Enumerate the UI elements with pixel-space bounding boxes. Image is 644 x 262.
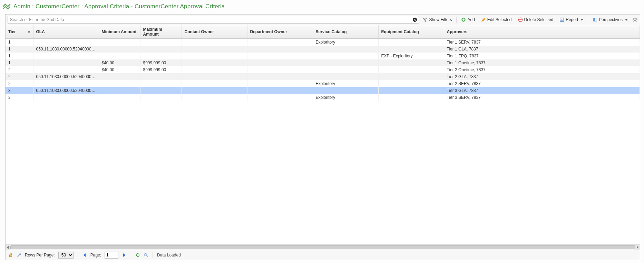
col-appr[interactable]: Approvers <box>444 25 640 39</box>
perspectives-button[interactable]: Perspectives <box>590 16 630 23</box>
col-dept[interactable]: Department Owner <box>247 25 313 39</box>
clear-search-icon[interactable] <box>412 17 418 22</box>
col-max[interactable]: Maximum Amount <box>140 25 182 39</box>
cell-eq[interactable] <box>378 87 444 94</box>
cell-contact[interactable] <box>182 73 247 80</box>
cell-dept[interactable] <box>247 80 313 87</box>
cell-svc[interactable] <box>313 66 378 73</box>
scroll-right-icon[interactable] <box>635 245 640 250</box>
cell-max[interactable] <box>140 80 182 87</box>
cell-dept[interactable] <box>247 59 313 66</box>
cell-eq[interactable] <box>378 66 444 73</box>
cell-contact[interactable] <box>182 80 247 87</box>
cell-contact[interactable] <box>182 94 247 101</box>
cell-tier[interactable]: 2 <box>6 80 33 87</box>
cell-dept[interactable] <box>247 94 313 101</box>
cell-gla[interactable]: 050.11.1030.00000.52040000.6270.000… <box>33 73 99 80</box>
add-button[interactable]: Add <box>459 16 477 23</box>
cell-dept[interactable] <box>247 46 313 53</box>
cell-appr[interactable]: Tier 3 GLA, 7837 <box>444 87 640 94</box>
cell-contact[interactable] <box>182 87 247 94</box>
cell-eq[interactable] <box>378 94 444 101</box>
cell-max[interactable] <box>140 73 182 80</box>
cell-max[interactable] <box>140 46 182 53</box>
cell-min[interactable] <box>99 80 140 87</box>
cell-svc[interactable] <box>313 46 378 53</box>
cell-dept[interactable] <box>247 53 313 59</box>
cell-eq[interactable] <box>378 59 444 66</box>
delete-selected-button[interactable]: Delete Selected <box>516 16 556 23</box>
table-row[interactable]: 2ExploritoryTier 2 SERV, 7837 <box>6 80 640 87</box>
cell-svc[interactable] <box>313 73 378 80</box>
table-row[interactable]: 1$40.00$999,999.00Tier 1 Onetime, 7837 <box>6 59 640 66</box>
table-row[interactable]: 2$40.00$999,999.00Tier 2 Onetime, 7837 <box>6 66 640 73</box>
cell-contact[interactable] <box>182 46 247 53</box>
cell-svc[interactable]: Exploritory <box>313 94 378 101</box>
cell-tier[interactable]: 3 <box>6 87 33 94</box>
cell-appr[interactable]: Tier 1 Onetime, 7837 <box>444 59 640 66</box>
next-page-icon[interactable] <box>122 253 127 257</box>
cell-appr[interactable]: Tier 1 SERV, 7837 <box>444 39 640 46</box>
cell-svc[interactable] <box>313 87 378 94</box>
cell-appr[interactable]: Tier 1 GLA, 7837 <box>444 46 640 53</box>
cell-appr[interactable]: Tier 3 SERV, 7837 <box>444 94 640 101</box>
settings-gear-icon[interactable] <box>632 17 638 22</box>
cell-tier[interactable]: 1 <box>6 39 33 46</box>
cell-min[interactable] <box>99 53 140 59</box>
cell-tier[interactable]: 1 <box>6 53 33 59</box>
cell-max[interactable]: $999,999.00 <box>140 66 182 73</box>
cell-svc[interactable]: Exploritory <box>313 39 378 46</box>
table-row[interactable]: 2050.11.1030.00000.52040000.6270.000…Tie… <box>6 73 640 80</box>
cell-gla[interactable] <box>33 39 99 46</box>
cell-eq[interactable] <box>378 39 444 46</box>
cell-appr[interactable]: Tier 2 SERV, 7837 <box>444 80 640 87</box>
cell-min[interactable] <box>99 39 140 46</box>
cell-appr[interactable]: Tier 1 EPQ, 7837 <box>444 53 640 59</box>
refresh-icon[interactable] <box>135 253 140 258</box>
cell-max[interactable]: $999,999.00 <box>140 59 182 66</box>
cell-tier[interactable]: 1 <box>6 59 33 66</box>
wrench-icon[interactable] <box>17 253 21 258</box>
cell-svc[interactable]: Exploritory <box>313 80 378 87</box>
search-input[interactable] <box>8 16 419 24</box>
cell-max[interactable] <box>140 39 182 46</box>
cell-appr[interactable]: Tier 2 Onetime, 7837 <box>444 66 640 73</box>
cell-contact[interactable] <box>182 66 247 73</box>
report-button[interactable]: Report <box>557 16 586 23</box>
cell-min[interactable] <box>99 94 140 101</box>
cell-svc[interactable] <box>313 53 378 59</box>
cell-contact[interactable] <box>182 59 247 66</box>
cell-tier[interactable]: 1 <box>6 46 33 53</box>
magnifier-icon[interactable] <box>144 253 148 258</box>
rows-per-page-select[interactable]: 50 <box>58 252 74 259</box>
cell-dept[interactable] <box>247 73 313 80</box>
cell-eq[interactable] <box>378 80 444 87</box>
cell-max[interactable] <box>140 53 182 59</box>
cell-gla[interactable] <box>33 53 99 59</box>
table-row[interactable]: 3ExploritoryTier 3 SERV, 7837 <box>6 94 640 101</box>
horizontal-scrollbar[interactable] <box>6 244 640 250</box>
cell-min[interactable] <box>99 87 140 94</box>
cell-gla[interactable] <box>33 80 99 87</box>
cell-min[interactable] <box>99 73 140 80</box>
col-svc[interactable]: Service Catalog <box>313 25 378 39</box>
cell-gla[interactable] <box>33 59 99 66</box>
scroll-left-icon[interactable] <box>6 245 10 250</box>
edit-selected-button[interactable]: Edit Selected <box>479 16 514 23</box>
col-contact[interactable]: Contact Owner <box>182 25 247 39</box>
cell-eq[interactable] <box>378 73 444 80</box>
table-row[interactable]: 1ExploritoryTier 1 SERV, 7837 <box>6 39 640 46</box>
cell-dept[interactable] <box>247 39 313 46</box>
cell-max[interactable] <box>140 87 182 94</box>
cell-tier[interactable]: 2 <box>6 66 33 73</box>
cell-gla[interactable]: 050.11.1030.00000.52040000.6270.000… <box>33 87 99 94</box>
lock-icon[interactable] <box>8 253 13 258</box>
col-min[interactable]: Minimum Amount <box>99 25 140 39</box>
col-tier[interactable]: Tier <box>6 25 33 39</box>
page-input[interactable] <box>105 252 118 259</box>
table-row[interactable]: 3050.11.1030.00000.52040000.6270.000…Tie… <box>6 87 640 94</box>
cell-min[interactable]: $40.00 <box>99 66 140 73</box>
cell-max[interactable] <box>140 94 182 101</box>
scroll-thumb[interactable] <box>10 245 635 249</box>
cell-gla[interactable] <box>33 94 99 101</box>
